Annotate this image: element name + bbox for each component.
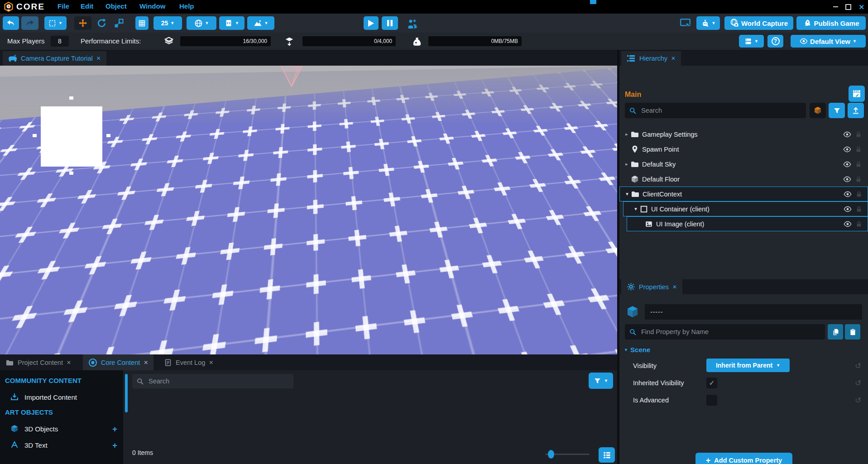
tree-row-gameplay-settings[interactable]: ▸ Gameplay Settings (619, 127, 868, 142)
multiplayer-preview-button[interactable] (406, 18, 419, 30)
tree-row-ui-image[interactable]: UI Image (client) (627, 216, 868, 231)
add-3d-objects-button[interactable]: + (112, 425, 117, 433)
tab-camera-capture-tutorial[interactable]: Camera Capture Tutorial ✕ (3, 51, 106, 66)
scale-tool-button[interactable] (113, 17, 125, 29)
tab-core-content[interactable]: Core Content ✕ (83, 354, 153, 370)
rotate-tool-button[interactable] (95, 17, 108, 29)
content-search-input[interactable] (148, 377, 289, 385)
lock-icon[interactable] (855, 146, 862, 153)
close-icon[interactable]: ✕ (209, 359, 213, 366)
selection-mode-dropdown[interactable]: ▼ (44, 16, 67, 30)
close-icon[interactable]: ✕ (67, 359, 71, 366)
sidebar-item-3d-objects[interactable]: 3D Objects + (0, 423, 123, 435)
selection-handle-right[interactable] (106, 134, 110, 137)
tree-row-spawn-point[interactable]: Spawn Point (619, 142, 868, 157)
selection-handle-left[interactable] (33, 134, 37, 137)
content-filter-button[interactable]: ▼ (589, 373, 613, 389)
thumbnail-size-knob[interactable] (548, 450, 554, 459)
spawn-capsule-gizmo[interactable] (239, 152, 267, 198)
bot-tools-dropdown[interactable]: ▼ (696, 16, 720, 30)
default-view-dropdown[interactable]: Default View ▼ (791, 35, 866, 48)
screen-share-button[interactable] (679, 17, 692, 29)
find-property-field[interactable] (625, 324, 825, 340)
menu-window[interactable]: Window (139, 2, 165, 10)
is-advanced-checkbox[interactable] (706, 395, 717, 406)
sidebar-scrollbar[interactable] (125, 374, 128, 412)
world-capture-button[interactable]: World Capture (724, 16, 793, 30)
close-window-icon[interactable]: ✕ (858, 4, 864, 10)
visibility-dropdown[interactable]: Inherit from Parent ▼ (706, 359, 790, 372)
expand-arrow-icon[interactable]: ▸ (624, 131, 629, 137)
grid-step-dropdown[interactable]: 25 ▼ (153, 16, 182, 30)
close-icon[interactable]: ✕ (672, 284, 677, 290)
paste-properties-button[interactable] (845, 324, 860, 340)
lock-icon[interactable] (855, 176, 862, 183)
visibility-eye-icon[interactable] (844, 220, 852, 228)
lock-icon[interactable] (855, 131, 862, 138)
visibility-eye-icon[interactable] (843, 130, 851, 139)
reset-visibility-icon[interactable]: ↺ (855, 361, 861, 371)
menu-file[interactable]: File (58, 2, 69, 10)
scene-section-header[interactable]: ▾ Scene (625, 346, 650, 354)
close-icon[interactable]: ✕ (96, 55, 101, 62)
maximize-icon[interactable] (845, 4, 851, 10)
expand-arrow-icon[interactable]: ▸ (624, 161, 629, 167)
content-search-field[interactable] (132, 374, 293, 388)
scene-capture-button[interactable] (849, 86, 865, 102)
object-name-field[interactable]: ----- (645, 304, 862, 320)
close-icon[interactable]: ✕ (671, 55, 676, 62)
tree-row-clientcontext[interactable]: ▾ ClientContext (619, 187, 868, 201)
world-settings-dropdown[interactable]: ▼ (187, 16, 216, 30)
visibility-eye-icon[interactable] (843, 160, 851, 168)
sidebar-item-imported-content[interactable]: Imported Content (0, 391, 123, 403)
close-icon[interactable]: ✕ (144, 359, 148, 366)
script-dropdown[interactable]: ▼ (219, 16, 245, 30)
max-players-value[interactable]: 8 (51, 36, 69, 47)
terrain-dropdown[interactable]: ▼ (247, 16, 274, 30)
selection-handle-bottom[interactable] (69, 172, 73, 175)
scene-list-dropdown[interactable]: ▼ (739, 35, 764, 48)
tree-row-default-sky[interactable]: ▸ Default Sky (619, 157, 868, 172)
add-custom-property-button[interactable]: + Add Custom Property (695, 453, 792, 464)
lock-icon[interactable] (855, 191, 863, 198)
tree-row-ui-container[interactable]: ▾ UI Container (client) (623, 201, 868, 216)
play-button[interactable] (364, 16, 379, 30)
publish-game-button[interactable]: Publish Game (796, 16, 866, 30)
pause-button[interactable] (382, 16, 398, 30)
tree-row-default-floor[interactable]: Default Floor (619, 172, 868, 187)
find-property-input[interactable] (640, 328, 821, 336)
tab-properties[interactable]: Properties ✕ (621, 279, 682, 294)
collapse-arrow-icon[interactable]: ▾ (624, 191, 630, 197)
visibility-eye-icon[interactable] (844, 205, 852, 213)
inherited-visibility-checkbox[interactable]: ✓ (706, 378, 717, 388)
selection-handle-top[interactable] (69, 96, 73, 100)
visibility-eye-icon[interactable] (843, 175, 851, 183)
tab-hierarchy[interactable]: Hierarchy ✕ (621, 51, 681, 66)
tab-project-content[interactable]: Project Content ✕ (0, 355, 77, 370)
help-button[interactable]: ? (767, 35, 783, 48)
menu-edit[interactable]: Edit (81, 2, 93, 10)
visibility-eye-icon[interactable] (843, 145, 851, 153)
grid-snap-button[interactable] (135, 16, 149, 30)
lock-icon[interactable] (855, 220, 863, 228)
lock-icon[interactable] (855, 161, 862, 168)
visibility-eye-icon[interactable] (844, 190, 852, 198)
menu-object[interactable]: Object (106, 2, 127, 10)
hierarchy-filter-button[interactable] (829, 103, 845, 118)
ui-image-selection[interactable] (41, 106, 102, 167)
sidebar-item-3d-text[interactable]: 3D Text + (0, 439, 123, 451)
asset-cube-button[interactable] (810, 103, 826, 118)
lock-icon[interactable] (855, 206, 863, 213)
menu-help[interactable]: Help (179, 2, 194, 10)
collapse-arrow-icon[interactable]: ▾ (633, 206, 638, 212)
export-template-button[interactable] (848, 103, 864, 118)
redo-button[interactable] (21, 16, 38, 30)
hierarchy-search-field[interactable] (625, 103, 806, 118)
reset-is-advanced-icon[interactable]: ↺ (855, 396, 861, 405)
copy-properties-button[interactable] (828, 324, 843, 340)
undo-button[interactable] (3, 16, 19, 30)
minimize-icon[interactable] (833, 6, 838, 7)
hierarchy-search-input[interactable] (640, 106, 802, 115)
view-mode-button[interactable] (599, 447, 615, 463)
add-3d-text-button[interactable]: + (112, 441, 117, 450)
